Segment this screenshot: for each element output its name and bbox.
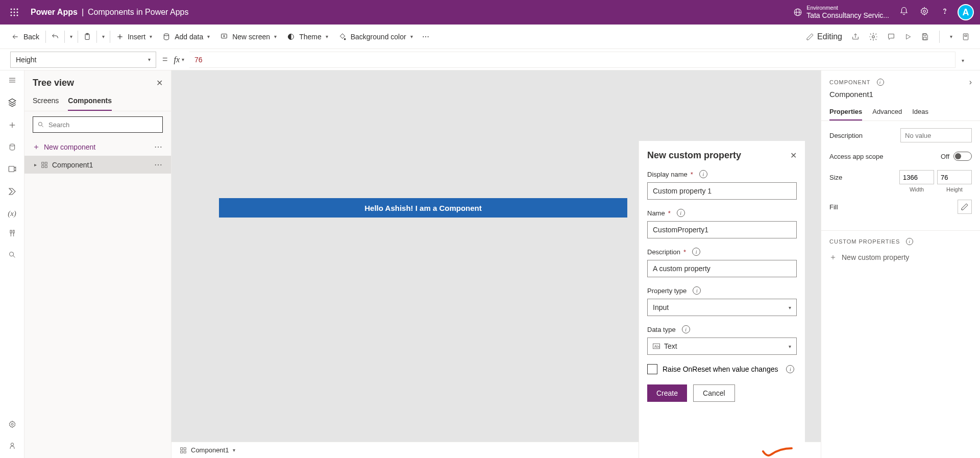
access-scope-toggle[interactable] bbox=[953, 152, 972, 161]
app-launcher-icon[interactable] bbox=[6, 4, 22, 20]
data-type-select[interactable]: Abc Text ▾ bbox=[647, 338, 797, 355]
save-icon[interactable] bbox=[921, 33, 929, 41]
paste-dropdown[interactable]: ▾ bbox=[98, 25, 109, 49]
component-preview[interactable]: Hello Ashish! I am a Component bbox=[219, 198, 627, 218]
info-icon[interactable]: i bbox=[906, 238, 913, 245]
notifications-icon[interactable] bbox=[899, 7, 909, 18]
height-input[interactable] bbox=[937, 170, 972, 184]
advanced-tools-icon[interactable] bbox=[8, 229, 16, 239]
status-dropdown[interactable]: ▾ bbox=[233, 447, 235, 453]
info-icon[interactable]: i bbox=[682, 325, 690, 333]
svg-point-12 bbox=[923, 10, 926, 13]
hamburger-icon[interactable] bbox=[8, 76, 17, 87]
fill-label: Fill bbox=[829, 203, 838, 211]
add-custom-property-button[interactable]: New custom property bbox=[821, 249, 980, 266]
width-label: Width bbox=[899, 186, 934, 192]
user-avatar[interactable]: A bbox=[958, 4, 974, 20]
canvas[interactable]: Hello Ashish! I am a Component Component… bbox=[172, 70, 821, 458]
plus-icon bbox=[829, 254, 837, 261]
raise-onreset-checkbox[interactable] bbox=[647, 364, 657, 374]
save-dropdown[interactable]: ▾ bbox=[950, 34, 952, 39]
svg-rect-53 bbox=[184, 447, 186, 449]
svg-rect-25 bbox=[923, 34, 926, 35]
comments-icon[interactable] bbox=[887, 33, 895, 41]
info-icon[interactable]: i bbox=[699, 170, 707, 178]
formula-input[interactable]: 76 bbox=[189, 52, 955, 68]
tab-screens[interactable]: Screens bbox=[33, 93, 59, 111]
formula-expand-icon[interactable]: ▾ bbox=[955, 55, 970, 64]
publish-icon[interactable] bbox=[962, 33, 970, 41]
property-type-select[interactable]: Input ▾ bbox=[647, 299, 797, 316]
property-selector[interactable]: Height ▾ bbox=[10, 52, 156, 68]
more-commands[interactable]: ⋯ bbox=[418, 25, 433, 49]
svg-rect-54 bbox=[181, 451, 183, 453]
name-input[interactable] bbox=[647, 221, 797, 238]
status-component-name[interactable]: Component1 bbox=[191, 446, 229, 454]
search-rail-icon[interactable] bbox=[8, 251, 16, 261]
info-icon[interactable]: i bbox=[677, 209, 685, 217]
info-icon[interactable]: i bbox=[692, 248, 700, 256]
editing-mode[interactable]: Editing bbox=[806, 32, 842, 41]
info-icon[interactable]: i bbox=[877, 79, 884, 86]
height-label: Height bbox=[937, 186, 972, 192]
tab-ideas[interactable]: Ideas bbox=[912, 104, 928, 120]
undo-dropdown[interactable]: ▾ bbox=[66, 25, 77, 49]
settings-icon[interactable] bbox=[920, 7, 929, 18]
svg-line-45 bbox=[42, 126, 43, 127]
create-button[interactable]: Create bbox=[647, 384, 687, 402]
preview-icon[interactable] bbox=[904, 33, 912, 40]
close-tree-icon[interactable]: ✕ bbox=[156, 78, 163, 88]
component-icon bbox=[41, 161, 48, 168]
info-icon[interactable]: i bbox=[693, 286, 701, 295]
svg-rect-52 bbox=[181, 447, 183, 449]
new-screen-button[interactable]: New screen ▾ bbox=[215, 25, 282, 49]
command-bar: Back ▾ ▾ Insert ▾ Add data ▾ New screen … bbox=[0, 25, 980, 49]
tree-search-input[interactable] bbox=[48, 121, 158, 129]
svg-point-18 bbox=[164, 34, 168, 36]
add-data-button[interactable]: Add data ▾ bbox=[157, 25, 215, 49]
share-icon[interactable] bbox=[851, 33, 860, 41]
media-icon[interactable] bbox=[8, 164, 17, 176]
description-prop-input[interactable] bbox=[900, 128, 972, 142]
access-scope-value: Off bbox=[941, 153, 949, 160]
data-icon[interactable] bbox=[8, 143, 16, 153]
tree-item-more[interactable]: ⋯ bbox=[154, 160, 163, 170]
cancel-button[interactable]: Cancel bbox=[693, 384, 735, 402]
svg-point-6 bbox=[11, 15, 12, 16]
chevron-right-icon[interactable]: ▸ bbox=[34, 162, 37, 167]
fx-dropdown[interactable]: ▾ bbox=[182, 57, 184, 62]
background-color-button[interactable]: Background color ▾ bbox=[333, 25, 418, 49]
svg-point-34 bbox=[10, 144, 14, 146]
info-icon[interactable]: i bbox=[786, 365, 794, 373]
app-checker-icon[interactable] bbox=[869, 32, 878, 41]
paste-button[interactable] bbox=[79, 25, 95, 49]
search-icon bbox=[37, 121, 44, 128]
description-input[interactable] bbox=[647, 260, 797, 277]
tree-item-component1[interactable]: ▸ Component1 ⋯ bbox=[24, 156, 171, 174]
width-input[interactable] bbox=[899, 170, 934, 184]
new-component-more[interactable]: ⋯ bbox=[154, 142, 163, 152]
back-button[interactable]: Back bbox=[6, 25, 44, 49]
theme-button[interactable]: Theme ▾ bbox=[282, 25, 333, 49]
close-custom-property-icon[interactable]: ✕ bbox=[790, 151, 797, 160]
chevron-right-icon[interactable]: › bbox=[969, 78, 972, 87]
insert-button[interactable]: Insert ▾ bbox=[111, 25, 157, 49]
tree-view-icon[interactable] bbox=[8, 98, 17, 109]
insert-icon[interactable] bbox=[8, 120, 17, 132]
environment-picker[interactable]: Environment Tata Consultancy Servic... bbox=[793, 5, 889, 20]
display-name-input[interactable] bbox=[647, 182, 797, 200]
new-component-button[interactable]: New component ⋯ bbox=[24, 138, 171, 156]
tab-advanced[interactable]: Advanced bbox=[872, 104, 902, 120]
variables-icon[interactable]: (x) bbox=[8, 209, 16, 218]
settings-rail-icon[interactable] bbox=[8, 420, 16, 430]
tab-components[interactable]: Components bbox=[68, 93, 112, 111]
tree-search[interactable] bbox=[33, 116, 163, 133]
tab-properties[interactable]: Properties bbox=[829, 104, 862, 120]
fill-color-picker[interactable] bbox=[958, 200, 972, 214]
svg-line-41 bbox=[13, 256, 15, 257]
undo-button[interactable] bbox=[47, 25, 63, 49]
virtual-agent-icon[interactable] bbox=[8, 442, 16, 452]
power-automate-icon[interactable] bbox=[8, 187, 17, 198]
fx-label[interactable]: fx bbox=[174, 55, 180, 64]
help-icon[interactable] bbox=[940, 7, 949, 18]
